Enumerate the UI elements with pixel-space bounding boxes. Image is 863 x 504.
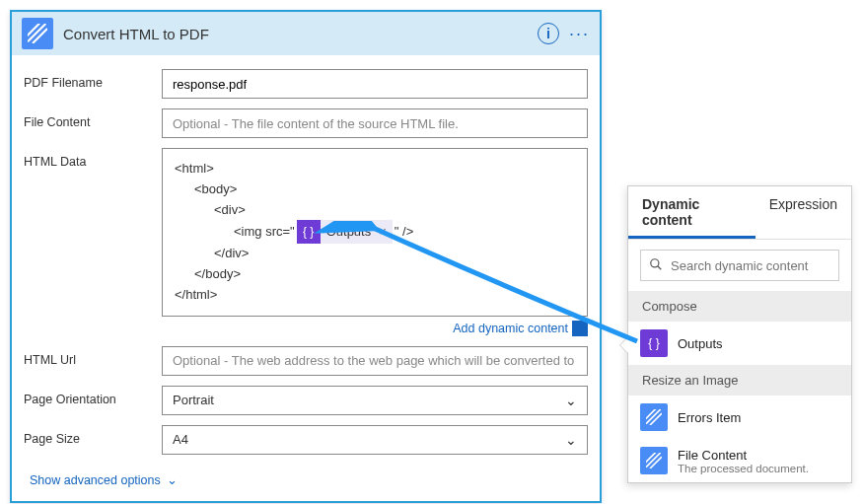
- input-html-url[interactable]: [162, 346, 588, 376]
- more-icon[interactable]: ···: [569, 24, 590, 44]
- token-label: Outputs: [321, 222, 380, 243]
- search-input[interactable]: [671, 258, 836, 273]
- tab-dynamic-content[interactable]: Dynamic content: [628, 186, 755, 239]
- select-page-size[interactable]: A4 ⌄: [162, 425, 588, 455]
- select-value: A4: [173, 432, 188, 447]
- label-html-data: HTML Data: [24, 148, 162, 336]
- label-file-content: File Content: [24, 108, 162, 138]
- code-line: <img src=" { } Outputs × " />: [175, 220, 575, 244]
- label-page-orientation: Page Orientation: [24, 386, 162, 415]
- select-value: Portrait: [173, 393, 214, 407]
- action-card: Convert HTML to PDF i ··· PDF Filename F…: [10, 10, 602, 503]
- brackets-icon: { }: [297, 220, 321, 244]
- info-icon[interactable]: i: [538, 23, 559, 44]
- dc-item-title: Errors Item: [678, 410, 741, 425]
- code-line: </html>: [175, 285, 575, 306]
- logic-toggle-icon[interactable]: [572, 321, 588, 336]
- label-page-size: Page Size: [24, 425, 162, 455]
- dc-item-title: File Content: [678, 448, 809, 463]
- card-title: Convert HTML to PDF: [63, 26, 538, 42]
- dynamic-content-panel: Dynamic content Expression Compose { } O…: [627, 185, 852, 483]
- svg-line-4: [658, 265, 662, 269]
- section-resize-an-image: Resize an Image: [628, 365, 851, 396]
- connector-icon: [22, 18, 53, 49]
- add-dynamic-content-link[interactable]: Add dynamic content: [453, 322, 568, 335]
- card-header: Convert HTML to PDF i ···: [12, 12, 600, 55]
- input-html-data[interactable]: <html> <body> <div> <img src=" { } Outpu…: [162, 148, 588, 317]
- select-page-orientation[interactable]: Portrait ⌄: [162, 386, 588, 415]
- dc-item-subtitle: The processed document.: [678, 463, 809, 474]
- token-remove-icon[interactable]: ×: [379, 222, 393, 243]
- card-body: PDF Filename File Content HTML Data <htm…: [12, 55, 600, 501]
- dc-item-outputs[interactable]: { } Outputs: [628, 322, 851, 365]
- code-text: " />: [395, 222, 413, 243]
- dc-item-errors-item[interactable]: Errors Item: [628, 396, 851, 439]
- show-advanced-options-link[interactable]: Show advanced options ⌄: [30, 472, 178, 487]
- input-pdf-filename[interactable]: [162, 69, 588, 99]
- label-html-url: HTML Url: [24, 346, 162, 376]
- label-pdf-filename: PDF Filename: [24, 69, 162, 99]
- connector-icon: [640, 447, 668, 474]
- brackets-icon: { }: [640, 329, 668, 357]
- chevron-down-icon: ⌄: [565, 393, 577, 408]
- code-line: <div>: [175, 200, 575, 221]
- dc-item-title: Outputs: [678, 336, 723, 351]
- code-line: <html>: [175, 159, 575, 180]
- chevron-down-icon: ⌄: [167, 472, 178, 487]
- chevron-down-icon: ⌄: [565, 432, 577, 448]
- tab-expression[interactable]: Expression: [755, 186, 851, 239]
- search-dynamic-content[interactable]: [640, 250, 839, 281]
- code-text: <img src=": [234, 222, 295, 243]
- code-line: </div>: [175, 244, 575, 264]
- input-file-content[interactable]: [162, 108, 588, 138]
- search-icon: [649, 257, 663, 274]
- code-line: <body>: [175, 180, 575, 200]
- svg-point-3: [651, 258, 659, 266]
- code-line: </body>: [175, 264, 575, 285]
- advanced-label: Show advanced options: [30, 473, 161, 487]
- dynamic-token-outputs[interactable]: { } Outputs ×: [297, 220, 393, 244]
- connector-icon: [640, 403, 668, 431]
- dc-item-file-content[interactable]: File Content The processed document.: [628, 439, 851, 482]
- section-compose: Compose: [628, 291, 851, 322]
